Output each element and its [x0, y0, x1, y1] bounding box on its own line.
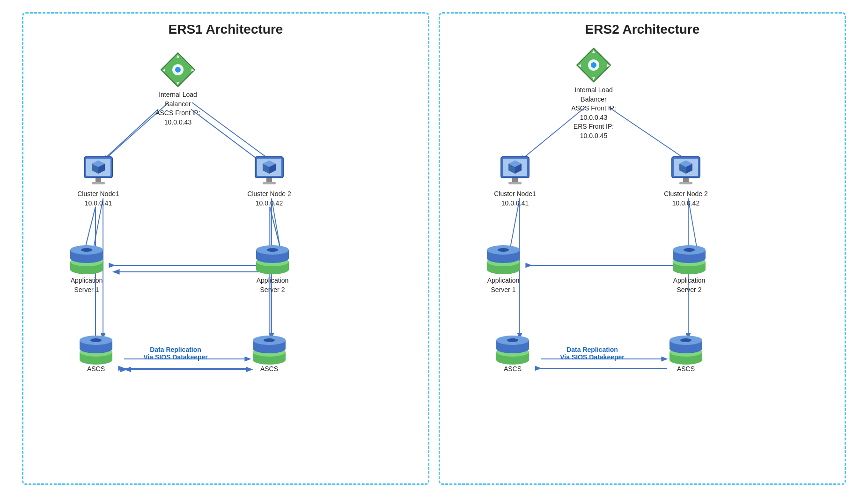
- svg-point-121: [507, 338, 518, 342]
- ers1-node1-label: Cluster Node1 10.0.0.41: [77, 190, 119, 208]
- svg-text:◄: ◄: [162, 67, 166, 73]
- svg-point-47: [81, 248, 92, 252]
- ers1-node1-icon: [81, 154, 115, 188]
- svg-point-80: [591, 62, 596, 68]
- svg-point-107: [498, 248, 509, 252]
- ers2-lb-icon: ▲ ▼ ◄ ►: [575, 46, 612, 84]
- svg-point-128: [680, 338, 691, 342]
- ers2-ascs1: ASCS: [485, 336, 541, 374]
- ers1-node2: Cluster Node 2 10.0.0.42: [239, 154, 300, 208]
- page: ERS1 Architecture: [0, 0, 868, 497]
- svg-point-68: [264, 338, 275, 342]
- ers1-app2-label: Application Server 2: [257, 276, 289, 294]
- svg-point-20: [175, 67, 181, 73]
- svg-text:▲: ▲: [591, 49, 596, 54]
- svg-rect-39: [266, 178, 272, 183]
- svg-text:►: ►: [606, 63, 611, 68]
- ers2-ascs2-label: ASCS: [677, 365, 695, 374]
- svg-rect-31: [96, 178, 101, 183]
- ers2-ascs2-icon: [667, 336, 705, 365]
- ers1-ascs2: ASCS: [241, 336, 297, 374]
- ers2-lb-label: Internal Load Balancer ASCS Front IP: 10…: [571, 86, 616, 141]
- svg-text:▼: ▼: [176, 80, 180, 86]
- ers1-ascs1-icon: [77, 336, 115, 365]
- ers1-app1-icon: [68, 245, 105, 274]
- ers2-node1: Cluster Node1 10.0.0.41: [485, 154, 545, 208]
- ers2-app2: Application Server 2: [661, 245, 717, 294]
- ers1-ascs2-icon: [250, 336, 288, 365]
- ers1-app1-label: Application Server 1: [71, 276, 103, 294]
- ers2-app1-icon: [485, 245, 522, 274]
- ers1-title: ERS1 Architecture: [169, 22, 283, 37]
- ers2-node2-label: Cluster Node 2 10.0.0.42: [664, 190, 707, 208]
- svg-rect-40: [263, 182, 276, 184]
- ers2-ascs1-icon: [494, 336, 531, 365]
- svg-point-54: [267, 248, 278, 252]
- svg-text:▼: ▼: [591, 76, 596, 81]
- ers2-node1-icon: [498, 154, 532, 188]
- ers1-node1: Cluster Node1 10.0.0.41: [68, 154, 129, 208]
- ers1-node2-label: Cluster Node 2 10.0.0.42: [247, 190, 291, 208]
- ers1-replication-label: Data Replication Via SIOS Datakeeper: [138, 346, 213, 361]
- ers2-app2-label: Application Server 2: [673, 276, 706, 294]
- ers1-diagram: ▲ ▼ ◄ ► Internal Load Balancer ASCS Fron…: [23, 42, 428, 483]
- ers2-ascs2: ASCS: [658, 336, 714, 374]
- ers2-box: ERS2 Architecture: [439, 12, 846, 485]
- svg-rect-91: [512, 178, 518, 183]
- ers1-lb: ▲ ▼ ◄ ► Internal Load Balancer ASCS Fron…: [150, 51, 206, 127]
- ers2-node2: Cluster Node 2 10.0.0.42: [655, 154, 716, 208]
- svg-text:▲: ▲: [176, 53, 180, 58]
- ers1-ascs2-label: ASCS: [260, 365, 278, 374]
- ers1-ascs1-label: ASCS: [87, 365, 105, 374]
- ers2-lb: ▲ ▼ ◄ ► Internal Load Balancer ASCS Fron…: [561, 46, 626, 141]
- ers2-replication-label: Data Replication Via SIOS Datakeeper: [555, 346, 630, 361]
- svg-rect-100: [679, 182, 692, 184]
- ers2-node2-icon: [669, 154, 703, 188]
- svg-rect-32: [92, 182, 105, 184]
- ers1-lb-icon: ▲ ▼ ◄ ►: [159, 51, 197, 88]
- ers2-title: ERS2 Architecture: [585, 22, 700, 37]
- ers2-diagram: ▲ ▼ ◄ ► Internal Load Balancer ASCS Fron…: [440, 42, 845, 483]
- ers2-app1-label: Application Server 1: [487, 276, 520, 294]
- svg-rect-92: [508, 182, 522, 184]
- ers1-app2-icon: [254, 245, 291, 274]
- svg-point-114: [684, 248, 695, 252]
- ers1-ascs1: ASCS: [68, 336, 124, 374]
- ers1-box: ERS1 Architecture: [22, 12, 429, 485]
- svg-rect-99: [683, 178, 689, 183]
- ers1-node2-icon: [252, 154, 286, 188]
- svg-point-61: [90, 338, 102, 342]
- ers1-app1: Application Server 1: [59, 245, 115, 294]
- ers2-app1: Application Server 1: [475, 245, 531, 294]
- svg-text:►: ►: [191, 67, 195, 73]
- ers2-ascs1-label: ASCS: [504, 365, 522, 374]
- ers2-node1-label: Cluster Node1 10.0.0.41: [494, 190, 536, 208]
- ers1-lb-label: Internal Load Balancer ASCS Front IP: 10…: [155, 90, 200, 127]
- ers2-app2-icon: [670, 245, 708, 274]
- ers1-app2: Application Server 2: [244, 245, 301, 294]
- svg-text:◄: ◄: [577, 63, 582, 68]
